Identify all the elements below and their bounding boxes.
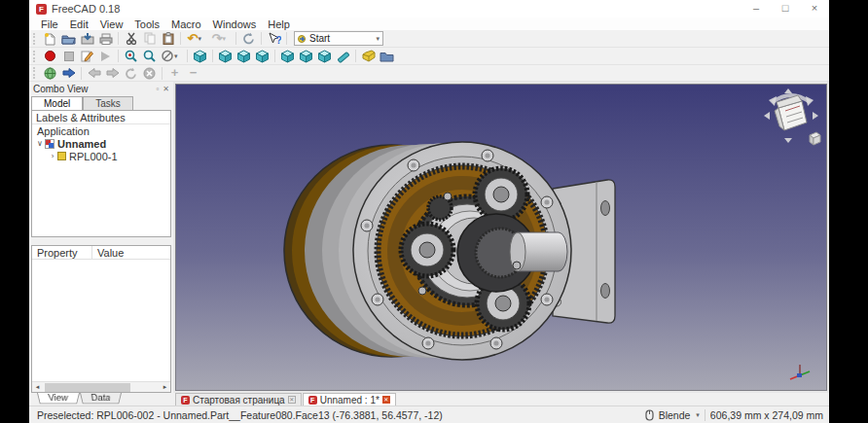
part-step-icon — [362, 50, 376, 62]
menu-windows[interactable]: Windows — [207, 18, 263, 30]
copy-icon — [144, 32, 156, 45]
view-axonometric-button[interactable] — [191, 49, 209, 64]
new-document-button[interactable] — [41, 31, 59, 47]
property-hscrollbar[interactable]: ◂ ▸ — [32, 381, 170, 392]
property-list[interactable] — [32, 260, 170, 381]
menu-macro[interactable]: Macro — [165, 18, 207, 30]
toolbar-grip[interactable] — [33, 51, 38, 62]
value-column-header[interactable]: Value — [92, 246, 124, 259]
view-axonometric-icon — [193, 50, 207, 63]
part-folder-button[interactable] — [378, 49, 396, 64]
whats-this-button[interactable]: ? — [265, 31, 283, 47]
menu-tools[interactable]: Tools — [128, 18, 165, 30]
minimize-button[interactable]: – — [741, 0, 771, 18]
scroll-left-icon[interactable]: ◂ — [32, 383, 43, 391]
macro-record-button[interactable] — [41, 49, 59, 64]
view-left-icon — [317, 50, 332, 63]
tab-view[interactable]: View — [37, 393, 80, 404]
tab-start-page[interactable]: F Стартовая страница ✕ — [175, 393, 302, 405]
tree-item-part[interactable]: › RPL000-1 — [32, 150, 170, 162]
stop-load-button[interactable] — [140, 65, 159, 81]
measure-distance-button[interactable] — [334, 49, 352, 64]
navcube-menu-icon[interactable] — [810, 132, 820, 145]
go-forward-icon — [62, 67, 76, 79]
maximize-button[interactable]: □ — [771, 0, 800, 18]
refresh-icon — [242, 32, 255, 45]
draw-style-button[interactable]: ▾ — [159, 49, 184, 64]
tab-close-icon[interactable]: ✕ — [288, 396, 296, 404]
nav-style-selector[interactable]: Blende — [659, 409, 691, 421]
navcube-cube[interactable] — [775, 95, 807, 130]
macro-stop-button[interactable] — [59, 49, 78, 64]
view-bottom-button[interactable] — [297, 49, 315, 64]
tab-unnamed-document[interactable]: F Unnamed : 1* ✕ — [303, 393, 396, 405]
combo-view-title: Combo View — [33, 84, 89, 94]
scroll-right-icon[interactable]: ▸ — [160, 383, 170, 391]
part-yellow-button[interactable] — [359, 49, 378, 64]
menu-edit[interactable]: Edit — [64, 18, 94, 30]
copy-button[interactable] — [140, 31, 159, 47]
menu-view[interactable]: View — [94, 18, 129, 30]
nav-style-dropdown-icon[interactable]: ▾ — [696, 411, 700, 419]
forward-button[interactable] — [103, 65, 122, 81]
dock-close-icon[interactable]: ✕ — [163, 85, 169, 93]
workbench-icon — [298, 34, 307, 43]
reload-button[interactable] — [122, 65, 140, 81]
view-right-button[interactable] — [253, 49, 271, 64]
tree-item-document[interactable]: ∨ Unnamed — [32, 137, 170, 150]
navigation-cube[interactable] — [761, 87, 821, 151]
workbench-selector[interactable]: Start ▾ — [294, 31, 383, 46]
open-button[interactable] — [59, 31, 78, 47]
freecad-tab-icon: F — [308, 396, 317, 405]
tab-model[interactable]: Model — [31, 96, 83, 110]
toolbar-grip[interactable] — [33, 67, 38, 79]
tree-item-label[interactable]: RPL000-1 — [69, 151, 118, 162]
expand-arrow-icon[interactable]: ∨ — [35, 139, 45, 148]
refresh-button[interactable] — [239, 31, 258, 47]
tree-item-label[interactable]: Unnamed — [57, 138, 106, 150]
tab-label[interactable]: Стартовая страница — [193, 395, 285, 405]
tab-label[interactable]: Unnamed : 1* — [320, 395, 380, 405]
macro-edit-button[interactable] — [78, 49, 96, 64]
print-button[interactable] — [96, 31, 115, 47]
tab-close-icon[interactable]: ✕ — [382, 396, 390, 404]
cut-button[interactable] — [122, 31, 140, 47]
viewport-dimensions: 606,39 mm x 274,09 mm — [710, 409, 823, 421]
document-icon — [45, 139, 54, 149]
go-forward-button[interactable] — [59, 65, 78, 81]
property-column-header[interactable]: Property — [32, 246, 92, 259]
view-rear-icon — [280, 50, 295, 63]
tab-tasks[interactable]: Tasks — [83, 96, 133, 110]
dock-float-icon[interactable]: ▫ — [156, 85, 159, 93]
undo-button[interactable]: ↶▾ — [184, 31, 208, 47]
mdi-tab-bar: F Стартовая страница ✕ F Unnamed : 1* ✕ — [173, 393, 829, 405]
undo-icon: ↶ — [188, 33, 199, 45]
paste-button[interactable] — [159, 31, 177, 47]
tab-data[interactable]: Data — [80, 393, 122, 404]
zoom-out-button[interactable]: − — [184, 65, 202, 81]
fit-all-button[interactable] — [122, 49, 140, 64]
view-left-button[interactable] — [315, 49, 334, 64]
toolbar-file: ↶▾ ↷▾ ? Start ▾ — [29, 30, 829, 48]
redo-icon: ↷ — [212, 33, 223, 45]
zoom-in-button[interactable]: + — [165, 65, 184, 81]
collapse-arrow-icon[interactable]: › — [48, 152, 57, 160]
menu-help[interactable]: Help — [262, 18, 296, 30]
close-button[interactable]: × — [800, 0, 829, 18]
gearbox-model[interactable] — [175, 84, 827, 393]
3d-viewport[interactable] — [173, 82, 829, 393]
back-button[interactable] — [85, 65, 103, 81]
save-button[interactable] — [78, 31, 96, 47]
toolbar-grip[interactable] — [33, 33, 38, 45]
view-top-button[interactable] — [235, 49, 253, 64]
macro-run-button[interactable] — [96, 49, 115, 64]
menu-file[interactable]: File — [35, 18, 64, 30]
view-rear-button[interactable] — [278, 49, 297, 64]
redo-button[interactable]: ↷▾ — [208, 31, 233, 47]
view-top-icon — [236, 50, 251, 63]
print-icon — [99, 33, 113, 45]
scrollbar-thumb[interactable] — [45, 383, 130, 392]
view-front-button[interactable] — [216, 49, 235, 64]
zoom-selection-button[interactable] — [140, 49, 159, 64]
web-home-button[interactable] — [41, 65, 59, 81]
